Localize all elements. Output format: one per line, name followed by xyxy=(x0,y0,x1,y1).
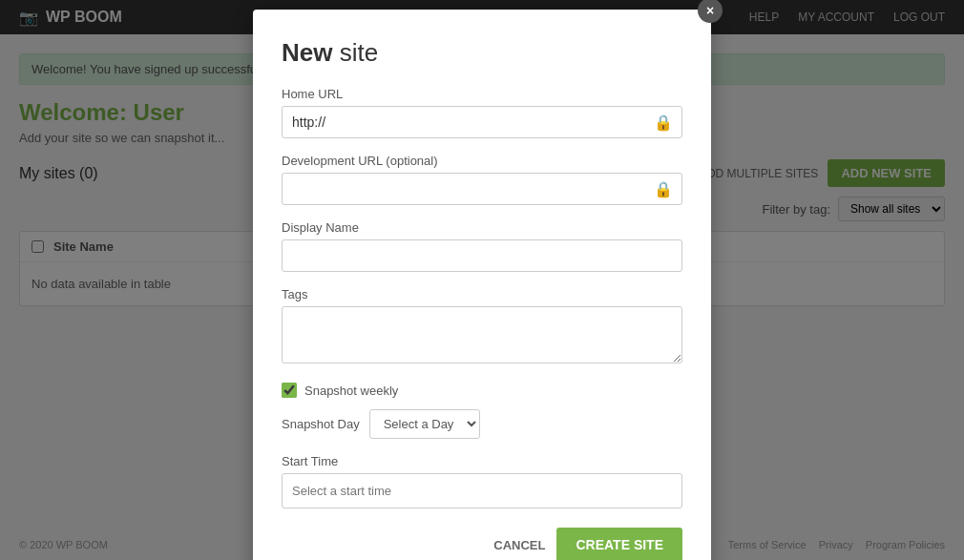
display-name-label: Display Name xyxy=(282,220,682,235)
display-name-group: Display Name xyxy=(282,220,682,272)
snapshot-day-row: Snapshot Day Select a Day Monday Tuesday… xyxy=(282,409,682,439)
snapshot-day-label: Snapshot Day xyxy=(282,417,360,431)
lock-icon-dev: 🔒 xyxy=(654,180,673,198)
start-time-input[interactable] xyxy=(282,473,682,508)
close-button[interactable]: × xyxy=(698,0,723,23)
home-url-input[interactable] xyxy=(282,106,682,138)
tags-group: Tags xyxy=(282,287,682,367)
cancel-button[interactable]: CANCEL xyxy=(493,538,545,552)
dev-url-wrapper: 🔒 xyxy=(282,173,682,205)
start-time-label: Start Time xyxy=(282,454,682,468)
snapshot-weekly-row: Snapshot weekly xyxy=(282,383,682,398)
home-url-label: Home URL xyxy=(282,87,682,101)
snapshot-weekly-label: Snapshot weekly xyxy=(304,384,398,398)
tags-label: Tags xyxy=(282,287,682,301)
home-url-group: Home URL 🔒 xyxy=(282,87,682,138)
new-site-modal: × New site Home URL 🔒 Development URL (o… xyxy=(253,10,711,560)
home-url-wrapper: 🔒 xyxy=(282,106,682,138)
lock-icon: 🔒 xyxy=(654,114,673,132)
create-site-button[interactable]: CREATE SITE xyxy=(556,528,682,560)
modal-title: New site xyxy=(282,38,682,68)
snapshot-weekly-checkbox[interactable] xyxy=(282,383,297,398)
modal-overlay: × New site Home URL 🔒 Development URL (o… xyxy=(0,0,964,560)
dev-url-group: Development URL (optional) 🔒 xyxy=(282,154,682,205)
snapshot-day-select[interactable]: Select a Day Monday Tuesday Wednesday Th… xyxy=(369,409,480,439)
dev-url-input[interactable] xyxy=(282,173,682,205)
display-name-input[interactable] xyxy=(282,239,682,272)
modal-footer: CANCEL CREATE SITE xyxy=(282,528,682,560)
start-time-group: Start Time xyxy=(282,454,682,508)
tags-input[interactable] xyxy=(282,306,682,363)
dev-url-label: Development URL (optional) xyxy=(282,154,682,168)
